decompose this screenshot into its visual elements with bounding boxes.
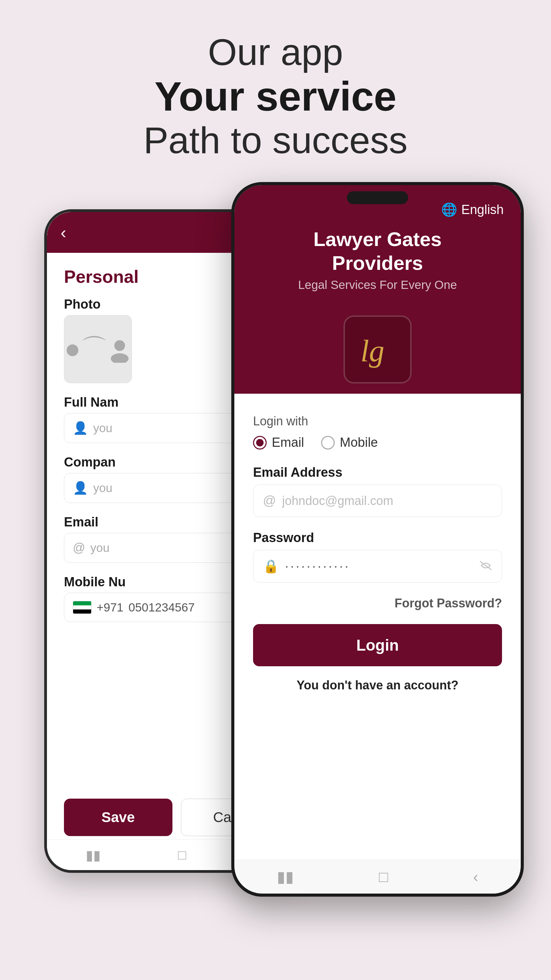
photo-box[interactable]: ●⌒: [64, 315, 132, 383]
eye-slash-icon[interactable]: [479, 559, 492, 574]
app-name: Lawyer Gates Providers: [251, 227, 504, 275]
save-button[interactable]: Save: [64, 799, 172, 836]
mobile-number: 0501234567: [129, 601, 195, 614]
person-field-icon: 👤: [73, 421, 88, 435]
logo-svg: lg: [354, 329, 401, 370]
app-tagline: Legal Services For Every One: [251, 278, 504, 292]
nav-square-icon[interactable]: □: [178, 847, 186, 862]
globe-icon: 🌐: [441, 202, 457, 217]
front-nav-back-icon[interactable]: ‹: [473, 868, 478, 886]
email-radio-option[interactable]: Email: [253, 435, 304, 450]
hero-line1: Our app: [0, 30, 551, 74]
phone-front: 🌐 English Lawyer Gates Providers Legal S…: [231, 182, 524, 897]
email-address-section: Email Address @ johndoc@gmail.com: [253, 465, 502, 517]
app-logo: lg: [343, 315, 411, 383]
person-avatar-icon: [108, 336, 132, 363]
svg-point-0: [114, 340, 125, 351]
password-dots: ············: [285, 559, 473, 573]
full-name-value: you: [93, 421, 112, 435]
uae-flag-icon: [73, 601, 92, 614]
company-field-icon: 👤: [73, 481, 88, 495]
nav-pause-icon[interactable]: ▮▮: [86, 847, 101, 863]
at-icon: @: [73, 541, 86, 555]
language-selector[interactable]: 🌐 English: [251, 202, 504, 217]
email-address-label: Email Address: [253, 465, 502, 480]
login-button[interactable]: Login: [253, 624, 502, 666]
email-address-input[interactable]: @ johndoc@gmail.com: [253, 485, 502, 517]
country-code: +971: [97, 601, 124, 614]
lock-icon: 🔒: [263, 559, 279, 574]
hero-section: Our app Your service Path to success: [0, 0, 551, 182]
phones-container: ‹ Personal Photo ●⌒: [0, 182, 551, 931]
login-with-label: Login with: [253, 414, 502, 428]
front-nav-bar: ▮▮ □ ‹: [234, 859, 521, 894]
back-arrow-icon[interactable]: ‹: [60, 223, 66, 242]
email-value: you: [91, 541, 110, 555]
email-radio-label: Email: [272, 435, 304, 450]
forgot-password-link[interactable]: Forgot Password?: [253, 596, 502, 611]
hero-line3: Path to success: [0, 119, 551, 162]
language-text: English: [461, 202, 504, 217]
login-header: 🌐 English Lawyer Gates Providers Legal S…: [234, 185, 521, 394]
svg-text:lg: lg: [360, 334, 384, 368]
company-value: you: [93, 481, 112, 495]
email-radio-circle: [253, 436, 267, 450]
password-section: Password 🔒 ············: [253, 530, 502, 582]
password-input[interactable]: 🔒 ············: [253, 550, 502, 582]
person-icon: ●⌒: [64, 331, 108, 368]
mobile-radio-circle: [321, 436, 335, 450]
password-label: Password: [253, 530, 502, 545]
hero-line2: Your service: [0, 74, 551, 119]
email-at-icon: @: [263, 493, 276, 508]
no-account-text: You don't have an account?: [253, 678, 502, 692]
mobile-radio-option[interactable]: Mobile: [321, 435, 378, 450]
phone-notch: [347, 191, 408, 204]
login-method-group: Email Mobile: [253, 435, 502, 450]
email-placeholder: johndoc@gmail.com: [282, 494, 492, 508]
front-nav-pause-icon[interactable]: ▮▮: [277, 868, 294, 886]
front-nav-square-icon[interactable]: □: [379, 868, 388, 886]
svg-point-1: [111, 353, 129, 363]
login-body: Login with Email Mobile Email Address: [234, 394, 521, 706]
mobile-radio-label: Mobile: [340, 435, 378, 450]
